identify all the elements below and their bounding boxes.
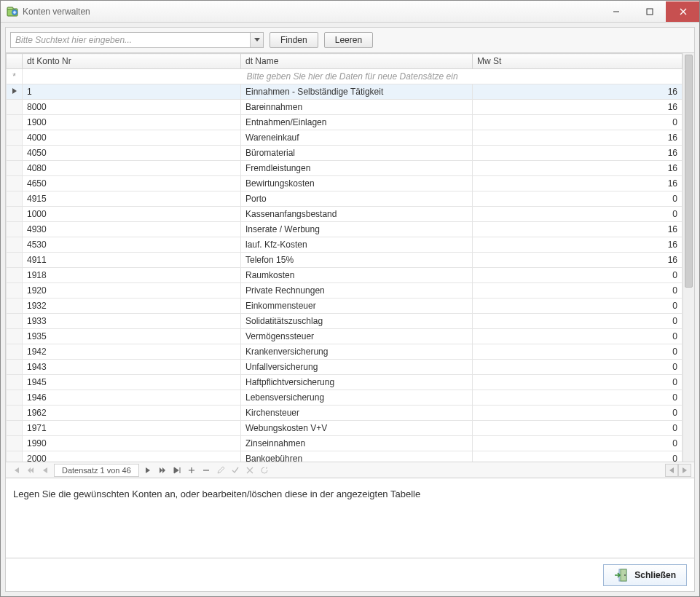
- cell-mwst[interactable]: 0: [473, 268, 683, 283]
- nav-first-button[interactable]: [9, 464, 23, 477]
- cell-mwst[interactable]: 16: [473, 161, 683, 176]
- column-header-konto-nr[interactable]: dt Konto Nr: [23, 54, 241, 69]
- cell-mwst[interactable]: 0: [473, 191, 683, 207]
- cell-name[interactable]: Krankenversicherung: [241, 344, 473, 360]
- nav-next-page-button[interactable]: [155, 464, 170, 477]
- table-row[interactable]: 4650Bewirtungskosten16: [7, 176, 683, 191]
- cell-mwst[interactable]: 16: [473, 146, 683, 161]
- cell-konto-nr[interactable]: 1962: [23, 406, 241, 421]
- table-row[interactable]: 1971Webungskosten V+V0: [7, 421, 683, 436]
- cell-mwst[interactable]: 16: [473, 130, 683, 146]
- cell-name[interactable]: Unfallversicherung: [241, 360, 473, 375]
- cell-mwst[interactable]: 0: [473, 406, 683, 421]
- cell-konto-nr[interactable]: 1946: [23, 390, 241, 406]
- cell-name[interactable]: Einkommensteuer: [241, 298, 473, 314]
- find-button[interactable]: Finden: [270, 32, 318, 48]
- cell-name[interactable]: Haftpflichtversicherung: [241, 375, 473, 390]
- nav-delete-button[interactable]: [199, 464, 213, 477]
- cell-name[interactable]: Büromaterial: [241, 146, 473, 161]
- table-row[interactable]: 1Einnahmen - Selbständige Tätigkeit16: [7, 84, 683, 100]
- cell-mwst[interactable]: 0: [473, 115, 683, 130]
- cell-konto-nr[interactable]: 4930: [23, 222, 241, 237]
- cell-mwst[interactable]: 0: [473, 421, 683, 436]
- cell-name[interactable]: Wareneinkauf: [241, 130, 473, 146]
- table-row[interactable]: 1000Kassenanfangsbestand0: [7, 207, 683, 222]
- cell-konto-nr[interactable]: 1932: [23, 298, 241, 314]
- cell-name[interactable]: Einnahmen - Selbständige Tätigkeit: [241, 84, 473, 100]
- cell-mwst[interactable]: 0: [473, 436, 683, 451]
- cell-name[interactable]: Bewirtungskosten: [241, 176, 473, 191]
- table-row[interactable]: 4050Büromaterial16: [7, 146, 683, 161]
- cell-name[interactable]: Lebensversicherung: [241, 390, 473, 406]
- cell-konto-nr[interactable]: 1: [23, 84, 241, 100]
- cell-mwst[interactable]: 0: [473, 360, 683, 375]
- cell-mwst[interactable]: 0: [473, 283, 683, 298]
- cell-mwst[interactable]: 16: [473, 237, 683, 253]
- cell-mwst[interactable]: 0: [473, 390, 683, 406]
- table-row[interactable]: 1943Unfallversicherung0: [7, 360, 683, 375]
- cell-name[interactable]: Vermögenssteuer: [241, 329, 473, 344]
- cell-name[interactable]: Entnahmen/Einlagen: [241, 115, 473, 130]
- cell-mwst[interactable]: 0: [473, 375, 683, 390]
- cell-mwst[interactable]: 16: [473, 176, 683, 191]
- cell-konto-nr[interactable]: 4080: [23, 161, 241, 176]
- cell-name[interactable]: Zinseinnahmen: [241, 436, 473, 451]
- nav-last-button[interactable]: [170, 464, 184, 477]
- cell-mwst[interactable]: 16: [473, 84, 683, 100]
- hscroll-right-button[interactable]: [678, 464, 691, 477]
- table-row[interactable]: 1942Krankenversicherung0: [7, 344, 683, 360]
- cell-konto-nr[interactable]: 1920: [23, 283, 241, 298]
- table-row[interactable]: 1920Private Rechnungen0: [7, 283, 683, 298]
- close-window-button[interactable]: [666, 1, 699, 22]
- cell-konto-nr[interactable]: 1945: [23, 375, 241, 390]
- table-row[interactable]: 1900Entnahmen/Einlagen0: [7, 115, 683, 130]
- cell-mwst[interactable]: 16: [473, 253, 683, 268]
- cell-konto-nr[interactable]: 8000: [23, 100, 241, 115]
- cell-mwst[interactable]: 0: [473, 314, 683, 329]
- table-row[interactable]: 1945Haftpflichtversicherung0: [7, 375, 683, 390]
- cell-konto-nr[interactable]: 4050: [23, 146, 241, 161]
- cell-konto-nr[interactable]: 4911: [23, 253, 241, 268]
- cell-konto-nr[interactable]: 2000: [23, 451, 241, 462]
- nav-end-edit-button[interactable]: [228, 464, 243, 477]
- cell-konto-nr[interactable]: 1900: [23, 115, 241, 130]
- cell-name[interactable]: Kassenanfangsbestand: [241, 207, 473, 222]
- cell-name[interactable]: Webungskosten V+V: [241, 421, 473, 436]
- cell-mwst[interactable]: 0: [473, 451, 683, 462]
- column-header-mwst[interactable]: Mw St: [473, 54, 683, 69]
- cell-name[interactable]: Raumkosten: [241, 268, 473, 283]
- cell-konto-nr[interactable]: 4000: [23, 130, 241, 146]
- cell-name[interactable]: Solidatitätszuschlag: [241, 314, 473, 329]
- new-row[interactable]: *Bitte geben Sie hier die Daten für neue…: [7, 69, 683, 84]
- nav-refresh-button[interactable]: [257, 464, 272, 477]
- cell-konto-nr[interactable]: 1942: [23, 344, 241, 360]
- table-row[interactable]: 1932Einkommensteuer0: [7, 298, 683, 314]
- cell-mwst[interactable]: 0: [473, 344, 683, 360]
- minimize-button[interactable]: [599, 1, 632, 22]
- search-combo[interactable]: [10, 32, 264, 48]
- nav-edit-button[interactable]: [213, 464, 228, 477]
- cell-name[interactable]: Private Rechnungen: [241, 283, 473, 298]
- cell-konto-nr[interactable]: 1971: [23, 421, 241, 436]
- cell-name[interactable]: Bareinnahmen: [241, 100, 473, 115]
- cell-name[interactable]: Kirchensteuer: [241, 406, 473, 421]
- cell-konto-nr[interactable]: 4915: [23, 191, 241, 207]
- cell-mwst[interactable]: 0: [473, 298, 683, 314]
- cell-konto-nr[interactable]: 4650: [23, 176, 241, 191]
- vertical-scroll-thumb[interactable]: [685, 55, 693, 288]
- clear-button[interactable]: Leeren: [324, 32, 373, 48]
- cell-mwst[interactable]: 0: [473, 329, 683, 344]
- cell-konto-nr[interactable]: 1943: [23, 360, 241, 375]
- table-row[interactable]: 4080Fremdleistungen16: [7, 161, 683, 176]
- cell-name[interactable]: Fremdleistungen: [241, 161, 473, 176]
- cell-name[interactable]: Bankgebühren: [241, 451, 473, 462]
- cell-mwst[interactable]: 0: [473, 207, 683, 222]
- table-row[interactable]: 1933Solidatitätszuschlag0: [7, 314, 683, 329]
- table-row[interactable]: 4915Porto0: [7, 191, 683, 207]
- table-row[interactable]: 1935Vermögenssteuer0: [7, 329, 683, 344]
- search-dropdown-button[interactable]: [250, 33, 263, 47]
- table-row[interactable]: 4530lauf. Kfz-Kosten16: [7, 237, 683, 253]
- cell-konto-nr[interactable]: 1935: [23, 329, 241, 344]
- nav-prev-page-button[interactable]: [23, 464, 38, 477]
- table-row[interactable]: 1990Zinseinnahmen0: [7, 436, 683, 451]
